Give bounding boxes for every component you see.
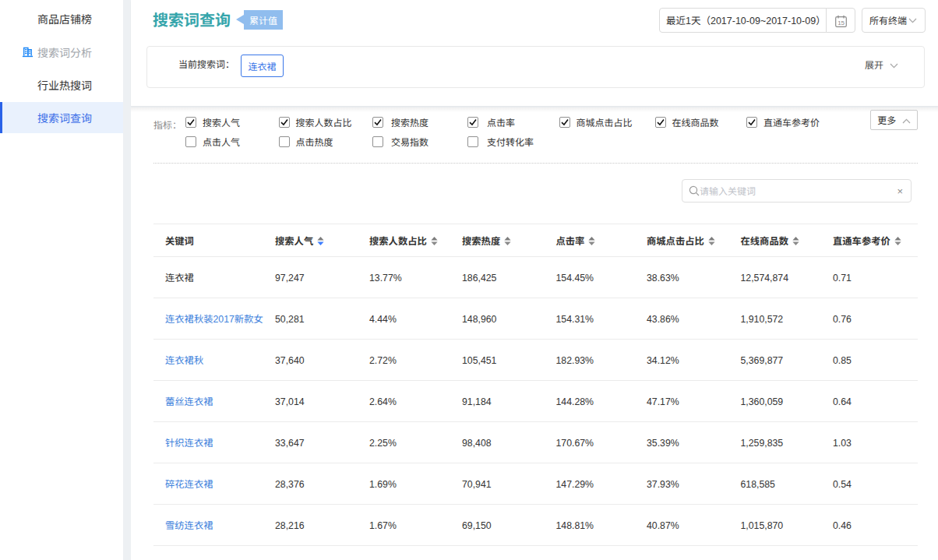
svg-text:15: 15: [838, 19, 845, 26]
